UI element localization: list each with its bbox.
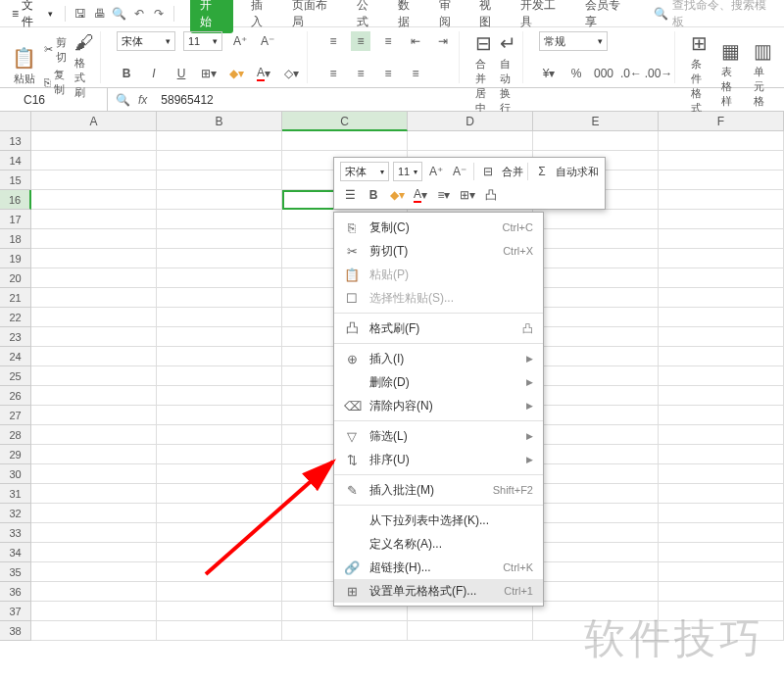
cell-F38[interactable] <box>659 621 784 641</box>
mini-size-select[interactable]: 11▾ <box>393 162 422 181</box>
cell-A23[interactable] <box>31 327 157 347</box>
cell-E36[interactable] <box>533 582 659 602</box>
cell-A36[interactable] <box>31 582 157 602</box>
cell-F32[interactable] <box>659 504 784 523</box>
mini-format-painter-icon[interactable]: 凸 <box>481 185 501 205</box>
row-header-15[interactable]: 15 <box>0 170 31 190</box>
tab-page-layout[interactable]: 页面布局 <box>292 0 339 30</box>
cell-E25[interactable] <box>533 366 659 386</box>
cell-A30[interactable] <box>31 464 157 484</box>
tab-formula[interactable]: 公式 <box>357 0 380 30</box>
cell-A25[interactable] <box>31 366 157 386</box>
row-header-38[interactable]: 38 <box>0 621 31 641</box>
row-header-27[interactable]: 27 <box>0 406 31 425</box>
tab-view[interactable]: 视图 <box>479 0 503 30</box>
border-icon[interactable]: ⊞▾ <box>199 64 219 83</box>
preview-icon[interactable]: 🔍 <box>111 5 128 23</box>
cell-F25[interactable] <box>659 366 784 386</box>
cell-A26[interactable] <box>31 386 157 406</box>
row-header-19[interactable]: 19 <box>0 249 31 268</box>
cell-B37[interactable] <box>157 602 282 621</box>
mini-merge-label[interactable]: 合并 <box>502 165 523 179</box>
cell-A37[interactable] <box>31 602 157 621</box>
mini-fill-icon[interactable]: ◆▾ <box>387 185 407 205</box>
cell-A18[interactable] <box>31 229 157 249</box>
save-icon[interactable]: 🖫 <box>72 5 89 23</box>
cell-A33[interactable] <box>31 523 157 543</box>
tab-review[interactable]: 审阅 <box>439 0 463 30</box>
menu-item[interactable]: ⇅排序(U)▶ <box>334 448 543 471</box>
mini-border-icon[interactable]: ⊞▾ <box>458 185 477 205</box>
col-header-A[interactable]: A <box>31 112 157 131</box>
col-header-E[interactable]: E <box>533 112 659 131</box>
formula-input[interactable]: 58965412 <box>155 93 219 107</box>
col-header-F[interactable]: F <box>659 112 784 131</box>
cell-C13[interactable] <box>282 131 408 151</box>
bold-icon[interactable]: B <box>117 64 136 83</box>
cell-A14[interactable] <box>31 151 157 170</box>
cell-A31[interactable] <box>31 484 157 504</box>
cell-F33[interactable] <box>659 523 784 543</box>
menu-item[interactable]: ✎插入批注(M)Shift+F2 <box>334 478 543 502</box>
menu-item[interactable]: ✂剪切(T)Ctrl+X <box>334 239 543 263</box>
cell-A32[interactable] <box>31 504 157 523</box>
align-bottom-icon[interactable]: ≡ <box>378 31 398 51</box>
cell-E32[interactable] <box>533 504 659 523</box>
cell-B28[interactable] <box>157 425 282 445</box>
wrap-button[interactable]: ↵自动换行 <box>500 31 516 116</box>
cell-F27[interactable] <box>659 406 784 425</box>
menu-item[interactable]: 删除(D)▶ <box>334 370 543 394</box>
row-header-35[interactable]: 35 <box>0 562 31 582</box>
cut-button[interactable]: ✂剪切 <box>44 35 67 65</box>
align-center-icon[interactable]: ≡ <box>351 64 370 83</box>
fx-icon[interactable]: fx <box>138 93 147 107</box>
cell-F26[interactable] <box>659 386 784 406</box>
cell-E33[interactable] <box>533 523 659 543</box>
tab-dev-tools[interactable]: 开发工具 <box>520 0 567 30</box>
cell-E17[interactable] <box>533 210 659 229</box>
row-header-29[interactable]: 29 <box>0 445 31 464</box>
cell-F30[interactable] <box>659 464 784 484</box>
cell-B23[interactable] <box>157 327 282 347</box>
cell-B32[interactable] <box>157 504 282 523</box>
cell-B15[interactable] <box>157 170 282 190</box>
mini-sum-icon[interactable]: Σ <box>532 162 552 181</box>
cell-F31[interactable] <box>659 484 784 504</box>
font-size-select[interactable]: 11▾ <box>183 31 222 51</box>
tab-insert[interactable]: 插入 <box>251 0 274 30</box>
cell-A15[interactable] <box>31 170 157 190</box>
cell-E35[interactable] <box>533 562 659 582</box>
cell-E38[interactable] <box>533 621 659 641</box>
number-format-select[interactable]: 常规▾ <box>539 31 608 51</box>
menu-item[interactable]: 凸格式刷(F)凸 <box>334 316 543 340</box>
row-header-37[interactable]: 37 <box>0 602 31 621</box>
inc-decimal-icon[interactable]: .0← <box>621 64 641 83</box>
mini-inc-font-icon[interactable]: A⁺ <box>426 162 446 181</box>
cell-E29[interactable] <box>533 445 659 464</box>
cell-F37[interactable] <box>659 602 784 621</box>
cell-B24[interactable] <box>157 347 282 366</box>
cell-E37[interactable] <box>533 602 659 621</box>
mini-align-icon[interactable]: ≡▾ <box>434 185 454 205</box>
select-all-corner[interactable] <box>0 112 31 131</box>
cell-E23[interactable] <box>533 327 659 347</box>
row-header-20[interactable]: 20 <box>0 268 31 288</box>
cell-A28[interactable] <box>31 425 157 445</box>
cell-E31[interactable] <box>533 484 659 504</box>
print-icon[interactable]: 🖶 <box>91 5 109 23</box>
decrease-font-icon[interactable]: A⁻ <box>258 31 277 51</box>
row-header-23[interactable]: 23 <box>0 327 31 347</box>
percent-icon[interactable]: % <box>566 64 586 83</box>
cell-B26[interactable] <box>157 386 282 406</box>
cell-A19[interactable] <box>31 249 157 268</box>
col-header-D[interactable]: D <box>408 112 533 131</box>
cell-E30[interactable] <box>533 464 659 484</box>
row-header-16[interactable]: 16 <box>0 190 31 210</box>
menu-item[interactable]: ⌫清除内容(N)▶ <box>334 394 543 417</box>
row-header-32[interactable]: 32 <box>0 504 31 523</box>
cell-E20[interactable] <box>533 268 659 288</box>
cell-F24[interactable] <box>659 347 784 366</box>
cell-A35[interactable] <box>31 562 157 582</box>
cell-E26[interactable] <box>533 386 659 406</box>
tab-data[interactable]: 数据 <box>398 0 421 30</box>
